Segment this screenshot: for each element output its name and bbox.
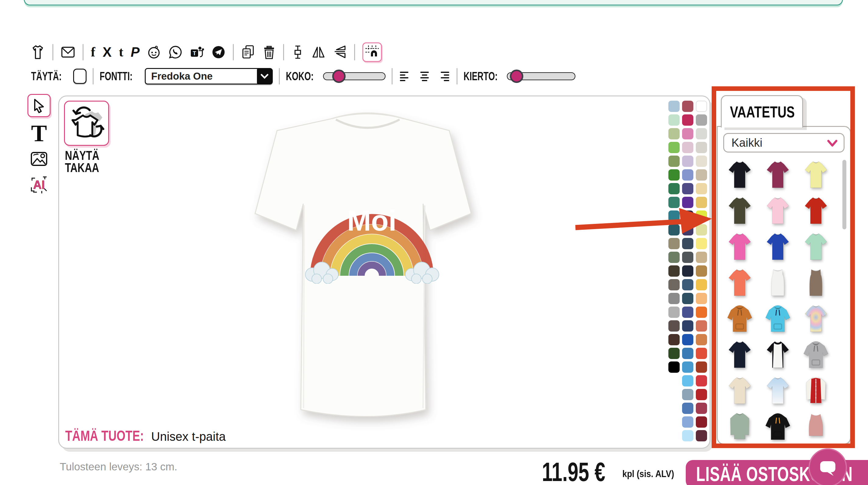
color-swatch[interactable]	[669, 142, 680, 153]
design-object-rainbow[interactable]: Moi	[303, 195, 441, 284]
text-tool-button[interactable]: T	[31, 124, 47, 143]
color-swatch[interactable]	[696, 114, 707, 126]
color-swatch[interactable]	[696, 320, 707, 332]
color-swatch[interactable]	[696, 169, 707, 180]
color-swatch[interactable]	[682, 307, 693, 318]
email-share-icon[interactable]	[61, 46, 75, 59]
duplicate-icon[interactable]	[241, 45, 255, 60]
color-swatch[interactable]	[696, 197, 707, 208]
product-item-tee[interactable]	[761, 159, 795, 191]
clothing-panel-tab[interactable]: VAATETUS	[721, 95, 803, 127]
color-swatch[interactable]	[669, 252, 680, 263]
product-item-tee[interactable]	[799, 159, 833, 191]
color-swatch[interactable]	[696, 348, 707, 359]
color-swatch[interactable]	[696, 362, 707, 373]
color-swatch[interactable]	[696, 142, 707, 153]
product-item-hoodie[interactable]	[799, 339, 833, 371]
whatsapp-share-icon[interactable]	[168, 45, 182, 59]
color-swatch[interactable]	[682, 183, 693, 194]
align-right-icon[interactable]	[438, 70, 451, 83]
color-swatch[interactable]	[682, 142, 693, 153]
x-share-icon[interactable]: X	[103, 46, 112, 59]
color-swatch[interactable]	[696, 252, 707, 263]
color-swatch[interactable]	[669, 183, 680, 194]
product-item-jacket[interactable]	[799, 375, 833, 407]
color-swatch[interactable]	[682, 155, 693, 167]
font-select[interactable]: Fredoka One	[145, 68, 273, 85]
color-swatch[interactable]	[696, 210, 707, 222]
color-swatch[interactable]	[696, 403, 707, 414]
product-item-ombre[interactable]	[761, 375, 795, 407]
color-swatch[interactable]	[696, 265, 707, 277]
color-swatch[interactable]	[669, 114, 680, 126]
color-swatch[interactable]	[669, 155, 680, 167]
color-swatch[interactable]	[682, 375, 693, 387]
color-swatch[interactable]	[669, 128, 680, 139]
color-swatch[interactable]	[682, 252, 693, 263]
color-swatch[interactable]	[682, 101, 693, 112]
rotation-slider[interactable]	[507, 72, 576, 80]
reddit-share-icon[interactable]	[147, 45, 161, 59]
color-swatch[interactable]	[696, 293, 707, 304]
color-swatch[interactable]	[682, 389, 693, 400]
color-swatch[interactable]	[669, 334, 680, 345]
ai-tool-button[interactable]: AI	[30, 175, 49, 195]
color-swatch[interactable]	[669, 224, 680, 235]
color-swatch[interactable]	[696, 101, 707, 112]
product-item-tee[interactable]	[723, 339, 757, 371]
product-item-hoodie[interactable]	[723, 303, 757, 335]
tumblr-share-icon[interactable]: t	[119, 46, 123, 59]
product-item-hoodie[interactable]	[761, 410, 795, 443]
product-item-tee[interactable]	[799, 195, 833, 227]
image-tool-button[interactable]	[30, 151, 48, 168]
color-swatch[interactable]	[696, 224, 707, 235]
product-item-tee[interactable]	[723, 231, 757, 263]
flip-vertical-icon[interactable]	[333, 45, 347, 59]
color-swatch[interactable]	[696, 128, 707, 139]
product-item-tee[interactable]	[723, 266, 757, 299]
color-swatch[interactable]	[696, 417, 707, 428]
rotation-slider-knob[interactable]	[510, 69, 523, 83]
color-swatch[interactable]	[682, 224, 693, 235]
color-swatch[interactable]	[682, 320, 693, 332]
color-swatch[interactable]	[682, 279, 693, 290]
color-swatch[interactable]	[669, 348, 680, 359]
color-swatch[interactable]	[669, 210, 680, 222]
telegram-share-icon[interactable]	[212, 45, 225, 59]
product-item-croptop[interactable]	[799, 410, 833, 443]
size-slider-knob[interactable]	[332, 69, 346, 83]
distribute-vertical-icon[interactable]	[291, 45, 304, 59]
color-swatch[interactable]	[696, 307, 707, 318]
color-swatch[interactable]	[682, 334, 693, 345]
product-item-longsleeve[interactable]	[723, 410, 757, 443]
product-item-tank[interactable]	[799, 266, 833, 299]
design-text[interactable]: Moi	[347, 205, 397, 237]
product-item-tee[interactable]	[723, 159, 757, 191]
color-swatch[interactable]	[682, 238, 693, 249]
color-swatch[interactable]	[669, 197, 680, 208]
product-item-tee[interactable]	[723, 375, 757, 407]
show-back-button[interactable]	[64, 101, 109, 146]
color-swatch[interactable]	[696, 183, 707, 194]
clothing-filter-select[interactable]: Kaikki	[723, 133, 844, 152]
product-tshirt-icon[interactable]	[30, 44, 45, 60]
color-swatch[interactable]	[682, 265, 693, 277]
color-swatch[interactable]	[682, 114, 693, 126]
color-swatch[interactable]	[682, 169, 693, 180]
product-item-hoodie[interactable]	[761, 303, 795, 335]
color-swatch[interactable]	[682, 430, 693, 441]
product-item-raglan[interactable]	[761, 339, 795, 371]
product-item-tee[interactable]	[761, 231, 795, 263]
facebook-share-icon[interactable]: f	[91, 46, 95, 59]
color-swatch[interactable]	[682, 128, 693, 139]
color-swatch[interactable]	[669, 279, 680, 290]
color-swatch[interactable]	[682, 403, 693, 414]
product-item-tank[interactable]	[761, 266, 795, 299]
size-slider[interactable]	[323, 72, 385, 80]
color-swatch[interactable]	[669, 238, 680, 249]
trash-icon[interactable]	[262, 45, 276, 60]
color-swatch[interactable]	[682, 210, 693, 222]
chat-launcher-button[interactable]	[809, 448, 847, 485]
product-item-tee[interactable]	[723, 195, 757, 227]
flip-horizontal-icon[interactable]	[311, 45, 326, 59]
